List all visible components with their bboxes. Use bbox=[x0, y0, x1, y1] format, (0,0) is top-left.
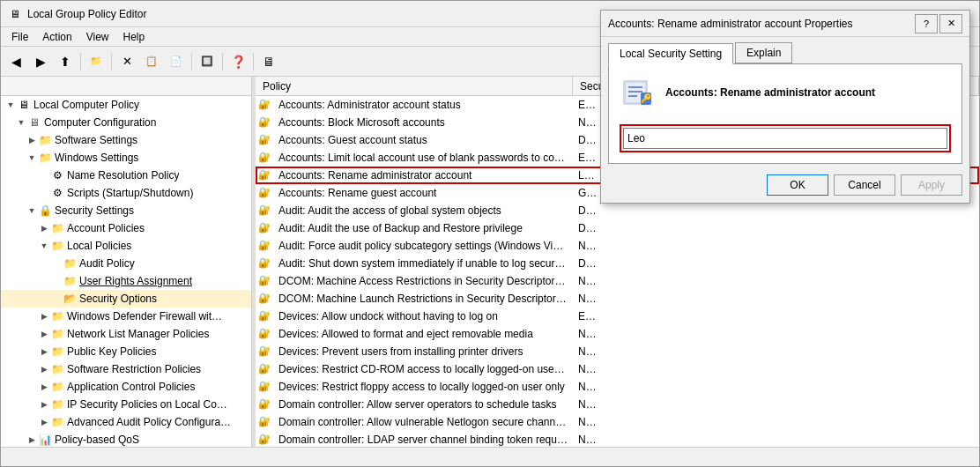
policy-cell: Accounts: Rename guest account bbox=[273, 187, 573, 199]
tree-expander[interactable]: ▶ bbox=[38, 416, 50, 428]
dialog-footer: OK Cancel Apply bbox=[601, 171, 969, 203]
row-icon: 🔐 bbox=[256, 363, 273, 374]
tree-node-software-settings[interactable]: ▶ 📁 Software Settings bbox=[1, 131, 251, 149]
policy-cell: Accounts: Guest account status bbox=[273, 134, 573, 146]
tree-node-security-options[interactable]: 📂 Security Options bbox=[1, 290, 251, 308]
policy-icon-svg: 🔑 bbox=[621, 77, 653, 108]
setting-cell: N… bbox=[573, 275, 979, 287]
tree-node-local-computer-policy[interactable]: ▼ 🖥 Local Computer Policy bbox=[1, 96, 251, 114]
folder-icon: 📁 bbox=[50, 221, 64, 235]
list-row[interactable]: 🔐 Domain controller: Allow server operat… bbox=[256, 396, 979, 413]
cancel-button[interactable]: Cancel bbox=[834, 174, 895, 196]
tree-expander[interactable]: ▶ bbox=[26, 134, 38, 146]
policy-cell: Audit: Shut down system immediately if u… bbox=[273, 257, 573, 270]
tree-node-network-list[interactable]: ▶ 📁 Network List Manager Policies bbox=[1, 325, 251, 343]
dialog-input-container bbox=[620, 124, 951, 152]
up-button[interactable]: ⬆ bbox=[54, 50, 77, 73]
list-row[interactable]: 🔐 Devices: Allow undock without having t… bbox=[256, 308, 979, 325]
dialog-help-button[interactable]: ? bbox=[915, 14, 938, 33]
tab-explain[interactable]: Explain bbox=[735, 42, 792, 63]
list-row[interactable]: 🔐 Devices: Prevent users from installing… bbox=[256, 343, 979, 360]
tree-expander[interactable]: ▶ bbox=[38, 381, 50, 393]
list-row[interactable]: 🔐 Devices: Allowed to format and eject r… bbox=[256, 325, 979, 343]
dialog-content: 🔑 Accounts: Rename administrator account bbox=[608, 63, 962, 164]
tab-local-security-setting[interactable]: Local Security Setting bbox=[608, 43, 733, 64]
policy-cell: Domain controller: LDAP server channel b… bbox=[273, 434, 573, 446]
tree-node-windows-defender[interactable]: ▶ 📁 Windows Defender Firewall wit… bbox=[1, 308, 251, 325]
policy-cell: Domain controller: Allow server operator… bbox=[273, 398, 573, 411]
tree-node-audit-policy[interactable]: 📁 Audit Policy bbox=[1, 255, 251, 272]
policy-cell: Devices: Restrict floppy access to local… bbox=[273, 381, 573, 393]
row-icon: 🔐 bbox=[256, 310, 273, 322]
tree-node-security-settings[interactable]: ▼ 🔒 Security Settings bbox=[1, 202, 251, 219]
tree-node-software-restriction[interactable]: ▶ 📁 Software Restriction Policies bbox=[1, 360, 251, 378]
list-row[interactable]: 🔐 Audit: Audit the access of global syst… bbox=[256, 202, 979, 219]
tree-expander[interactable]: ▶ bbox=[38, 310, 50, 322]
menu-view[interactable]: View bbox=[79, 29, 116, 45]
list-row[interactable]: 🔐 DCOM: Machine Access Restrictions in S… bbox=[256, 272, 979, 290]
tree-label: Security Settings bbox=[55, 204, 134, 217]
apply-button[interactable]: Apply bbox=[901, 174, 962, 196]
tree-expander bbox=[38, 169, 50, 182]
setting-cell: N… bbox=[573, 416, 979, 428]
list-row[interactable]: 🔐 Devices: Restrict CD-ROM access to loc… bbox=[256, 360, 979, 378]
row-icon: 🔐 bbox=[256, 434, 273, 445]
properties-button[interactable]: 🔲 bbox=[196, 50, 219, 73]
list-row[interactable]: 🔐 Domain controller: LDAP server channel… bbox=[256, 431, 979, 447]
list-row[interactable]: 🔐 Audit: Shut down system immediately if… bbox=[256, 255, 979, 272]
ok-button[interactable]: OK bbox=[767, 174, 828, 196]
list-row[interactable]: 🔐 Domain controller: Allow vulnerable Ne… bbox=[256, 413, 979, 431]
menu-help[interactable]: Help bbox=[116, 29, 152, 45]
menu-file[interactable]: File bbox=[4, 29, 35, 45]
back-button[interactable]: ◀ bbox=[4, 50, 27, 73]
paste-button[interactable]: 📄 bbox=[165, 50, 188, 73]
setting-cell: N… bbox=[573, 293, 979, 305]
tree-label: Computer Configuration bbox=[44, 116, 156, 129]
list-row[interactable]: 🔐 Devices: Restrict floppy access to loc… bbox=[256, 378, 979, 396]
tree-expander[interactable]: ▶ bbox=[38, 363, 50, 375]
tree-scroll-container[interactable]: ▼ 🖥 Local Computer Policy ▼ 🖥 Computer C… bbox=[1, 96, 251, 447]
show-hide-console-tree[interactable]: 📁 bbox=[85, 50, 108, 73]
tree-node-advanced-audit[interactable]: ▶ 📁 Advanced Audit Policy Configura… bbox=[1, 413, 251, 431]
app-icon: 🖥 bbox=[8, 7, 22, 21]
tree-expander[interactable]: ▶ bbox=[26, 434, 38, 446]
tree-panel-header bbox=[1, 77, 251, 96]
tree-expander[interactable]: ▼ bbox=[4, 99, 17, 111]
tree-node-account-policies[interactable]: ▶ 📁 Account Policies bbox=[1, 219, 251, 237]
tree-node-user-rights[interactable]: 📁 User Rights Assignment bbox=[1, 272, 251, 290]
tree-expander[interactable]: ▶ bbox=[38, 222, 50, 234]
tree-expander[interactable]: ▼ bbox=[38, 240, 50, 252]
menu-action[interactable]: Action bbox=[35, 29, 78, 45]
rename-account-input[interactable] bbox=[623, 128, 947, 149]
cut-button[interactable]: ✕ bbox=[115, 50, 138, 73]
tree-node-local-policies[interactable]: ▼ 📁 Local Policies bbox=[1, 237, 251, 255]
tree-node-scripts[interactable]: ⚙ Scripts (Startup/Shutdown) bbox=[1, 184, 251, 202]
list-row[interactable]: 🔐 DCOM: Machine Launch Restrictions in S… bbox=[256, 290, 979, 308]
tree-node-computer-configuration[interactable]: ▼ 🖥 Computer Configuration bbox=[1, 114, 251, 131]
forward-button[interactable]: ▶ bbox=[29, 50, 52, 73]
tree-expander[interactable]: ▼ bbox=[15, 116, 27, 129]
copy-button[interactable]: 📋 bbox=[140, 50, 163, 73]
list-row[interactable]: 🔐 Audit: Force audit policy subcategory … bbox=[256, 237, 979, 255]
tree-node-windows-settings[interactable]: ▼ 📁 Windows Settings bbox=[1, 149, 251, 167]
list-row[interactable]: 🔐 Audit: Audit the use of Backup and Res… bbox=[256, 219, 979, 237]
tree-node-policy-qos[interactable]: ▶ 📊 Policy-based QoS bbox=[1, 431, 251, 447]
tree-node-public-key[interactable]: ▶ 📁 Public Key Policies bbox=[1, 343, 251, 360]
tree-expander[interactable]: ▶ bbox=[38, 328, 50, 340]
tree-node-app-control[interactable]: ▶ 📁 Application Control Policies bbox=[1, 378, 251, 396]
computer-button[interactable]: 🖥 bbox=[257, 50, 280, 73]
tab-label: Local Security Setting bbox=[620, 48, 722, 60]
policy-cell: Audit: Force audit policy subcategory se… bbox=[273, 240, 573, 252]
tree-expander[interactable]: ▶ bbox=[38, 398, 50, 411]
policy-column-header[interactable]: Policy bbox=[256, 77, 573, 95]
tree-node-ip-security[interactable]: ▶ 📁 IP Security Policies on Local Co… bbox=[1, 396, 251, 413]
tree-expander[interactable]: ▶ bbox=[38, 345, 50, 358]
main-window: 🖥 Local Group Policy Editor ─ □ ✕ File A… bbox=[0, 0, 980, 467]
tree-label: Windows Settings bbox=[55, 152, 138, 164]
tree-expander[interactable]: ▼ bbox=[26, 204, 38, 217]
help-button[interactable]: ❓ bbox=[226, 50, 249, 73]
tree-node-name-resolution[interactable]: ⚙ Name Resolution Policy bbox=[1, 167, 251, 184]
folder-icon: 📁 bbox=[38, 151, 52, 165]
dialog-close-button[interactable]: ✕ bbox=[939, 14, 962, 33]
tree-expander[interactable]: ▼ bbox=[26, 152, 38, 164]
